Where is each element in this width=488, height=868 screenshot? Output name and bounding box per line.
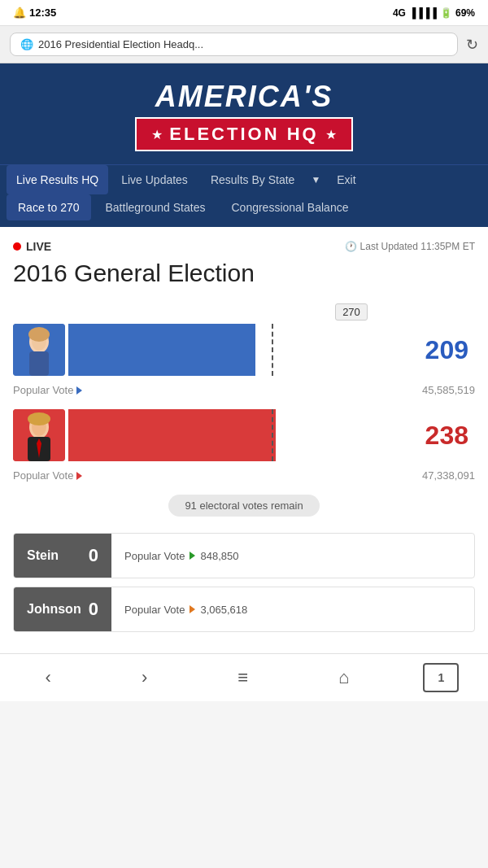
status-left: 🔔 12:35 — [13, 7, 56, 19]
trump-popular-vote-row: Popular Vote 47,338,091 — [13, 466, 475, 485]
star-left: ★ — [151, 127, 163, 142]
clinton-vote-arrow — [76, 386, 82, 395]
johnson-vote-label: Popular Vote — [124, 604, 185, 616]
trump-photo — [13, 409, 65, 461]
americas-title: AMERICA'S — [13, 80, 475, 114]
nav-item-results-by-state[interactable]: Results By State — [201, 165, 305, 194]
johnson-name-box: Johnson 0 — [14, 587, 111, 631]
stein-name: Stein — [27, 548, 59, 563]
nav-item-exit[interactable]: Exit — [327, 165, 365, 194]
johnson-vote: Popular Vote 3,065,618 — [111, 592, 474, 627]
main-content: LIVE 🕐 Last Updated 11:35PM ET 2016 Gene… — [0, 227, 488, 653]
election-hq-banner: ★ ELECTION HQ ★ — [135, 117, 352, 151]
live-badge: LIVE — [13, 240, 51, 253]
trump-electoral-votes: 238 — [425, 421, 468, 451]
sub-nav-congressional-balance[interactable]: Congressional Balance — [220, 194, 359, 220]
clinton-bar — [68, 324, 255, 376]
browser-bar: 🌐 2016 Presidential Election Headq... ↻ — [0, 26, 488, 63]
johnson-row: Johnson 0 Popular Vote 3,065,618 — [13, 587, 475, 632]
clinton-popular-vote-number: 45,585,519 — [422, 384, 475, 396]
clinton-photo — [13, 324, 65, 376]
status-bar: 🔔 12:35 4G ▐▐▐▐ 🔋 69% — [0, 0, 488, 26]
signal-label: 4G — [393, 7, 406, 19]
svg-rect-4 — [29, 351, 49, 376]
johnson-vote-arrow — [190, 605, 195, 613]
stein-vote: Popular Vote 848,850 — [111, 539, 474, 574]
site-header: AMERICA'S ★ ELECTION HQ ★ — [0, 63, 488, 164]
svg-point-3 — [28, 327, 50, 342]
race-chart: 209 Popular Vote 45,585,519 — [13, 324, 475, 485]
stein-vote-number: 848,850 — [200, 550, 238, 562]
alarm-icon: 🔔 — [13, 7, 26, 19]
trump-bar — [68, 409, 276, 461]
marker-270-label: 270 — [335, 303, 368, 321]
dashed-line-clinton — [272, 324, 273, 376]
trump-popular-vote-number: 47,338,091 — [422, 469, 475, 482]
trump-bar-container: 238 — [68, 409, 475, 461]
trump-vote-arrow — [76, 472, 82, 480]
last-updated: 🕐 Last Updated 11:35PM ET — [345, 241, 475, 252]
clinton-popular-vote-label: Popular Vote — [13, 384, 82, 396]
clinton-bar-container: 209 — [68, 324, 475, 376]
clinton-row: 209 — [13, 324, 475, 376]
stein-row: Stein 0 Popular Vote 848,850 — [13, 533, 475, 578]
trump-popular-vote-label: Popular Vote — [13, 469, 82, 482]
status-right: 4G ▐▐▐▐ 🔋 69% — [393, 7, 475, 19]
signal-bars: ▐▐▐▐ — [409, 7, 437, 19]
electoral-remaining-badge: 91 electoral votes remain — [168, 495, 319, 517]
back-button[interactable]: ‹ — [29, 662, 68, 693]
reload-button[interactable]: ↻ — [466, 36, 478, 54]
star-right: ★ — [325, 127, 337, 142]
electoral-remaining: 91 electoral votes remain — [13, 495, 475, 517]
trump-row: 238 — [13, 409, 475, 461]
johnson-vote-number: 3,065,618 — [200, 604, 247, 616]
nav-item-live-results[interactable]: Live Results HQ — [7, 165, 108, 194]
nav-bar: Live Results HQ Live Updates Results By … — [0, 164, 488, 194]
sub-nav-race-to-270[interactable]: Race to 270 — [7, 194, 91, 220]
live-label: LIVE — [26, 240, 51, 253]
dropdown-icon[interactable]: ▼ — [307, 166, 324, 194]
svg-point-8 — [28, 412, 50, 425]
battery-icon: 🔋 — [440, 7, 452, 19]
stein-vote-label: Popular Vote — [124, 550, 185, 562]
stein-ev: 0 — [89, 545, 98, 566]
bottom-nav: ‹ › ≡ ⌂ 1 — [0, 653, 488, 701]
election-title: 2016 General Election — [13, 260, 475, 287]
johnson-name: Johnson — [27, 602, 81, 617]
battery-percent: 69% — [455, 7, 475, 19]
globe-icon: 🌐 — [20, 38, 33, 50]
stein-vote-arrow — [190, 552, 195, 560]
browser-url-bar[interactable]: 🌐 2016 Presidential Election Headq... — [10, 33, 458, 56]
last-updated-text: Last Updated 11:35PM ET — [360, 241, 475, 252]
dashed-line-trump — [272, 409, 273, 461]
tabs-button[interactable]: 1 — [423, 663, 459, 692]
johnson-ev: 0 — [89, 599, 98, 620]
sub-nav-battleground-states[interactable]: Battleground States — [94, 194, 217, 220]
election-hq-text: ELECTION HQ — [169, 124, 318, 145]
clinton-electoral-votes: 209 — [425, 335, 468, 365]
menu-button[interactable]: ≡ — [221, 662, 264, 693]
clinton-popular-vote-row: Popular Vote 45,585,519 — [13, 381, 475, 399]
live-row: LIVE 🕐 Last Updated 11:35PM ET — [13, 240, 475, 253]
sub-nav: Race to 270 Battleground States Congress… — [0, 194, 488, 227]
marker-270: 270 — [13, 303, 475, 321]
status-time: 12:35 — [29, 7, 56, 19]
nav-item-live-updates[interactable]: Live Updates — [111, 165, 198, 194]
url-text: 2016 Presidential Election Headq... — [38, 38, 203, 50]
live-dot — [13, 242, 21, 251]
clock-icon: 🕐 — [345, 241, 357, 252]
forward-button[interactable]: › — [125, 662, 163, 693]
stein-name-box: Stein 0 — [14, 534, 111, 578]
home-button[interactable]: ⌂ — [322, 662, 365, 693]
